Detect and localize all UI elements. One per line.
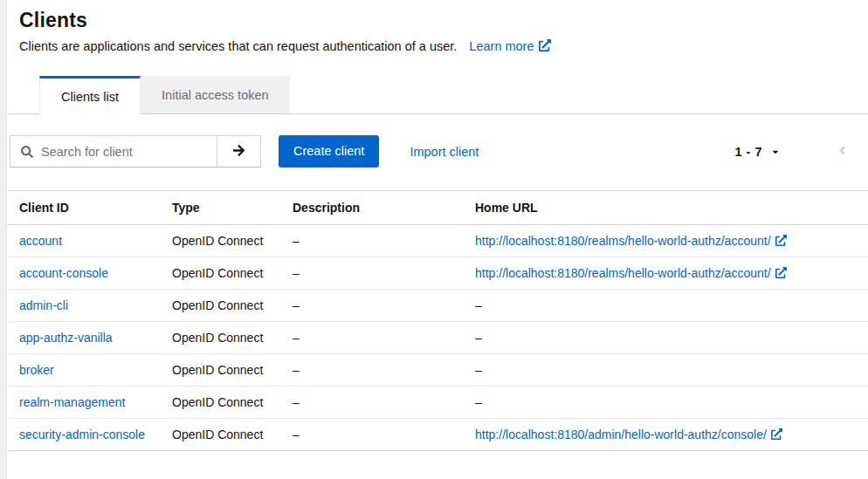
client-type: OpenID Connect [172, 322, 293, 354]
learn-more-link[interactable]: Learn more [469, 39, 550, 53]
clients-page: Clients Clients are applications and ser… [8, 0, 868, 451]
client-description: – [293, 322, 475, 354]
client-id-link[interactable]: app-authz-vanilla [19, 331, 113, 345]
clients-table: Client ID Type Description Home URL acco… [8, 190, 868, 451]
home-url-link[interactable]: http://localhost:8180/realms/hello-world… [475, 234, 771, 248]
home-url-empty: – [475, 387, 868, 419]
home-url-empty: – [475, 354, 868, 387]
pagination-range: 1 - 7 [734, 145, 762, 159]
external-link-icon [775, 267, 787, 278]
client-type: OpenID Connect [172, 225, 293, 257]
home-url-link[interactable]: http://localhost:8180/admin/hello-world-… [475, 428, 767, 441]
tab-initial-access-token[interactable]: Initial access token [141, 76, 290, 114]
toolbar: Create client Import client 1 - 7 [8, 114, 868, 190]
search-icon [10, 136, 33, 167]
client-id-link[interactable]: admin-cli [19, 298, 68, 312]
search-group [10, 135, 261, 168]
search-submit-button[interactable] [217, 136, 260, 167]
client-type: OpenID Connect [172, 257, 293, 290]
client-description: – [293, 387, 475, 419]
client-id-link[interactable]: security-admin-console [19, 428, 145, 441]
client-description: – [293, 354, 475, 387]
arrow-right-icon [232, 144, 245, 160]
pagination: 1 - 7 [734, 140, 856, 163]
column-header-type: Type [172, 191, 293, 225]
table-row: account-console OpenID Connect – http://… [8, 257, 868, 290]
client-type: OpenID Connect [172, 354, 293, 387]
client-id-link[interactable]: account-console [19, 266, 108, 280]
client-type: OpenID Connect [172, 387, 293, 419]
client-description: – [293, 225, 475, 257]
page-subtitle: Clients are applications and services th… [19, 38, 856, 55]
create-client-button[interactable]: Create client [279, 135, 379, 168]
tab-bar: Clients list Initial access token [8, 76, 868, 114]
client-description: – [293, 290, 475, 322]
tab-initial-access-token-label: Initial access token [162, 88, 269, 102]
pagination-prev-button[interactable] [834, 140, 851, 163]
table-row: admin-cli OpenID Connect – – [8, 290, 868, 322]
external-link-icon [771, 428, 782, 440]
table-row: broker OpenID Connect – – [8, 354, 868, 387]
page-header: Clients Clients are applications and ser… [8, 0, 868, 55]
client-id-link[interactable]: broker [19, 363, 54, 377]
external-link-icon [539, 39, 551, 51]
tab-spacer [8, 76, 39, 114]
page-title: Clients [19, 7, 856, 33]
table-row: account OpenID Connect – http://localhos… [8, 225, 868, 257]
home-url-empty: – [475, 290, 868, 322]
page-subtitle-text: Clients are applications and services th… [19, 39, 457, 53]
client-type: OpenID Connect [172, 419, 293, 451]
client-id-link[interactable]: realm-management [19, 395, 125, 409]
table-row: realm-management OpenID Connect – – [8, 387, 868, 419]
pagination-dropdown-toggle[interactable]: 1 - 7 [734, 145, 780, 159]
home-url-link[interactable]: http://localhost:8180/realms/hello-world… [475, 266, 771, 280]
client-description: – [293, 257, 475, 290]
import-client-button[interactable]: Import client [410, 145, 479, 159]
table-header-row: Client ID Type Description Home URL [8, 191, 868, 225]
client-id-link[interactable]: account [19, 234, 62, 248]
table-row: security-admin-console OpenID Connect – … [8, 419, 868, 451]
tab-clients-list-label: Clients list [61, 90, 119, 104]
left-gutter [0, 0, 7, 479]
column-header-description: Description [293, 191, 475, 225]
client-description: – [293, 419, 475, 451]
column-header-client-id: Client ID [8, 191, 172, 225]
external-link-icon [775, 235, 787, 246]
client-type: OpenID Connect [172, 290, 293, 322]
learn-more-label: Learn more [469, 39, 534, 53]
search-input[interactable] [33, 136, 217, 167]
home-url-empty: – [475, 322, 868, 354]
caret-down-icon [771, 147, 780, 156]
table-row: app-authz-vanilla OpenID Connect – – [8, 322, 868, 354]
tab-clients-list[interactable]: Clients list [39, 76, 141, 114]
column-header-home-url: Home URL [475, 191, 868, 225]
angle-left-icon [837, 144, 847, 160]
